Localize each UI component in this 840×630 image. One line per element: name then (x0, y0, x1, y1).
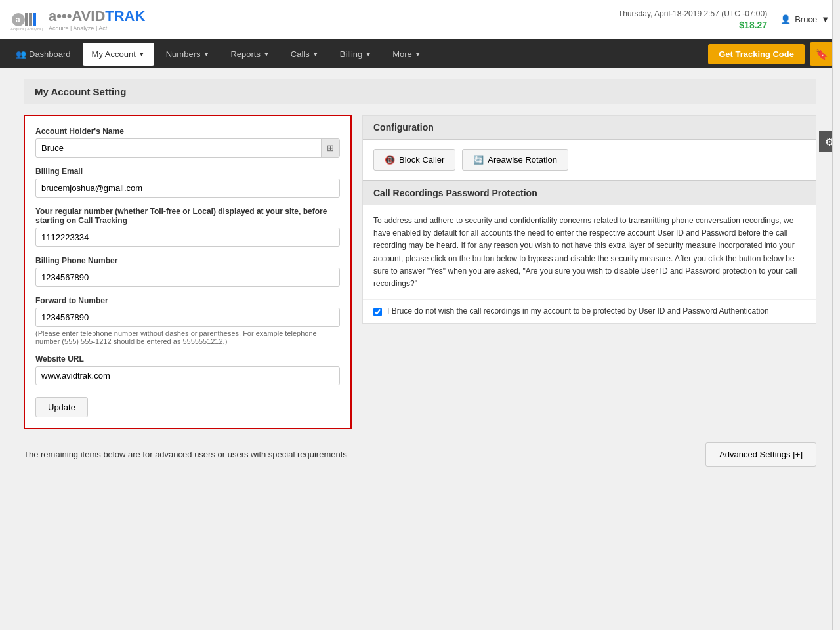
page-title-bar: My Account Setting (24, 79, 816, 104)
nav-more[interactable]: More ▼ (383, 43, 430, 66)
advanced-settings-button[interactable]: Advanced Settings [+] (705, 442, 816, 467)
nav-more-label: More (392, 49, 412, 59)
page-title: My Account Setting (35, 86, 126, 97)
advanced-description: The remaining items below are for advanc… (24, 450, 347, 459)
account-holder-label: Account Holder's Name (35, 127, 340, 136)
nav-my-account[interactable]: My Account ▼ (83, 43, 154, 66)
my-account-caret: ▼ (138, 51, 145, 58)
config-buttons-area: 📵 Block Caller 🔄 Areawise Rotation (363, 140, 816, 180)
checkbox-row: I Bruce do not wish the call recordings … (363, 300, 816, 323)
bottom-section: The remaining items below are for advanc… (24, 442, 816, 467)
billing-email-group: Billing Email (35, 167, 340, 198)
checkbox-label[interactable]: I Bruce do not wish the call recordings … (387, 306, 769, 316)
logo-icon: a Acquire | Analyze | Act (10, 7, 43, 33)
website-url-group: Website URL (35, 354, 340, 385)
block-caller-button[interactable]: 📵 Block Caller (373, 149, 455, 171)
billing-phone-input[interactable] (35, 268, 340, 287)
svg-rect-2 (25, 13, 28, 26)
billing-caret: ▼ (365, 51, 371, 58)
update-button[interactable]: Update (35, 397, 88, 417)
form-panel: Account Holder's Name ⊞ Billing Email Yo… (24, 115, 352, 429)
page-content: My Account Setting Account Holder's Name… (13, 68, 827, 477)
nav-right-area: Get Tracking Code 🔖 (708, 42, 833, 66)
datetime-balance: Thursday, April-18-2019 2:57 (UTC -07:00… (618, 9, 767, 30)
nav-numbers-label: Numbers (166, 49, 201, 59)
nav-my-account-label: My Account (92, 49, 136, 59)
block-caller-icon: 📵 (385, 155, 395, 165)
billing-email-label: Billing Email (35, 167, 340, 176)
config-header: Configuration (363, 116, 816, 140)
forward-number-label: Forward to Number (35, 296, 340, 305)
nav-calls-label: Calls (291, 49, 310, 59)
website-url-label: Website URL (35, 354, 340, 364)
user-icon: 👤 (780, 14, 791, 24)
areawise-rotation-label: Areawise Rotation (488, 155, 557, 165)
billing-phone-label: Billing Phone Number (35, 256, 340, 265)
svg-text:a: a (16, 15, 20, 24)
calls-caret: ▼ (312, 51, 319, 58)
reports-caret: ▼ (263, 51, 270, 58)
main-layout: Account Holder's Name ⊞ Billing Email Yo… (24, 115, 816, 429)
svg-text:Acquire | Analyze | Act: Acquire | Analyze | Act (10, 27, 43, 31)
protect-recordings-checkbox[interactable] (373, 308, 382, 316)
dashboard-icon: 👥 (16, 49, 26, 59)
forward-number-hint: (Please enter telephone number without d… (35, 329, 340, 345)
block-caller-label: Block Caller (399, 155, 444, 165)
account-holder-input-wrapper: ⊞ (35, 138, 340, 158)
nav-calls[interactable]: Calls ▼ (282, 43, 328, 66)
nav-reports-label: Reports (230, 49, 261, 59)
nav-dashboard-label: Dashboard (29, 49, 71, 59)
account-holder-input[interactable] (36, 139, 321, 157)
regular-number-input[interactable] (35, 228, 340, 247)
balance: $18.27 (739, 20, 767, 30)
datetime: Thursday, April-18-2019 2:57 (UTC -07:00… (618, 9, 767, 18)
account-holder-edit-icon[interactable]: ⊞ (321, 139, 339, 157)
top-right-area: Thursday, April-18-2019 2:57 (UTC -07:00… (618, 9, 830, 30)
get-tracking-code-button[interactable]: Get Tracking Code (708, 44, 805, 64)
nav-numbers[interactable]: Numbers ▼ (157, 43, 219, 66)
billing-phone-group: Billing Phone Number (35, 256, 340, 287)
scrollbar[interactable] (832, 0, 840, 477)
recordings-header: Call Recordings Password Protection (363, 180, 816, 205)
config-panel: Configuration 📵 Block Caller 🔄 Areawise … (362, 115, 816, 324)
more-caret: ▼ (415, 51, 421, 58)
svg-rect-4 (33, 13, 36, 26)
logo-text: a•••AVIDTRAK Acquire | Analyze | Act (49, 8, 145, 32)
logo-subtitle: Acquire | Analyze | Act (49, 25, 145, 32)
top-bar: a Acquire | Analyze | Act a•••AVIDTRAK A… (0, 0, 840, 39)
forward-number-input[interactable] (35, 308, 340, 327)
nav-billing[interactable]: Billing ▼ (331, 43, 381, 66)
numbers-caret: ▼ (203, 51, 209, 58)
website-url-input[interactable] (35, 366, 340, 385)
logo-area: a Acquire | Analyze | Act a•••AVIDTRAK A… (10, 7, 145, 33)
areawise-rotation-icon: 🔄 (473, 155, 484, 165)
billing-email-input[interactable] (35, 178, 340, 198)
user-dropdown-icon: ▼ (821, 14, 830, 24)
notification-icon[interactable]: 🔖 (810, 42, 833, 66)
navbar: 👥 Dashboard My Account ▼ Numbers ▼ Repor… (0, 39, 840, 68)
areawise-rotation-button[interactable]: 🔄 Areawise Rotation (462, 149, 568, 171)
username: Bruce (795, 14, 817, 24)
nav-reports[interactable]: Reports ▼ (221, 43, 278, 66)
account-holder-group: Account Holder's Name ⊞ (35, 127, 340, 158)
regular-number-group: Your regular number (whether Toll-free o… (35, 207, 340, 247)
regular-number-label: Your regular number (whether Toll-free o… (35, 207, 340, 225)
forward-number-group: Forward to Number (Please enter telephon… (35, 296, 340, 345)
user-menu[interactable]: 👤 Bruce ▼ (780, 14, 830, 24)
nav-billing-label: Billing (340, 49, 363, 59)
security-text: To address and adhere to security and co… (363, 205, 816, 300)
nav-dashboard[interactable]: 👥 Dashboard (7, 43, 80, 66)
svg-rect-3 (29, 13, 32, 26)
